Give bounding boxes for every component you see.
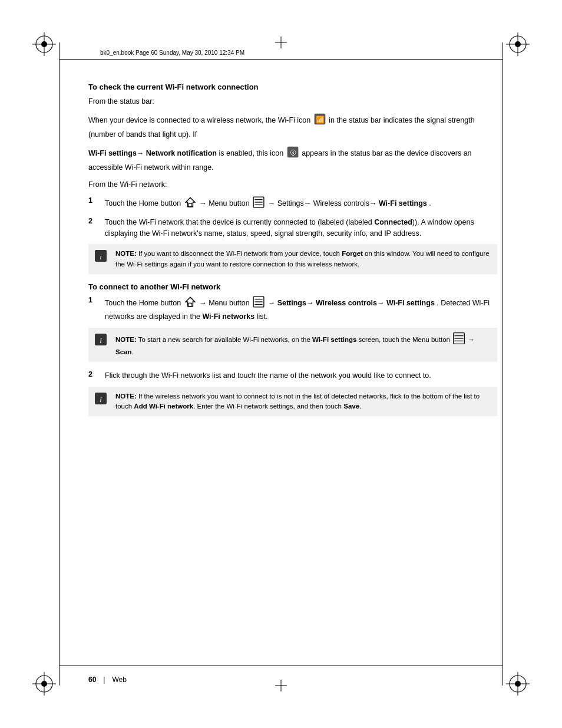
note1-content: If you want to disconnect the Wi-Fi netw… (115, 250, 490, 267)
s2-step1-num: 1 (88, 296, 105, 304)
header-text: bk0_en.book Page 60 Sunday, May 30, 2010… (100, 50, 244, 56)
step1-middle: → Menu button (199, 200, 249, 208)
page-number: 60 (88, 676, 96, 684)
footer-section: Web (112, 676, 126, 684)
svg-rect-29 (189, 303, 192, 307)
wifi-settings-label: Wi-Fi settings→ Network notification (88, 150, 217, 158)
section2-list: 1 Touch the Home button → Menu button (88, 296, 497, 323)
edge-mark-top (275, 37, 287, 48)
note2-arrow: → (468, 335, 475, 342)
step1-settings: → Settings→ Wireless controls→ (268, 200, 377, 208)
corner-mark-tl (32, 32, 56, 56)
section1-para3: Wi-Fi settings→ Network notification is … (88, 146, 497, 173)
step2-num: 2 (88, 217, 105, 225)
wifi-connected-icon: 📶 (314, 113, 326, 129)
corner-mark-br (506, 672, 530, 696)
section1-step1: 1 Touch the Home button → Menu button (88, 196, 497, 212)
s2-step1-settings: → Settings→ Wireless controls→ (268, 299, 385, 307)
note3-content: If the wireless network you want to conn… (115, 393, 480, 410)
s2-step1-text: Touch the Home button → Menu button (105, 296, 497, 323)
svg-rect-21 (189, 203, 192, 207)
home-icon (184, 196, 196, 212)
corner-mark-bl (32, 672, 56, 696)
note2-scan: Scan (115, 348, 132, 355)
header-line (59, 59, 503, 60)
svg-marker-20 (186, 197, 195, 207)
note3-box: i NOTE: If the wireless network you want… (88, 387, 497, 417)
border-left (59, 42, 59, 686)
note2-label: NOTE: (115, 335, 137, 342)
section1-heading: To check the current Wi-Fi network conne… (88, 83, 497, 91)
svg-text:i: i (100, 335, 102, 344)
note1-icon: i (94, 249, 111, 265)
note1-text: NOTE: If you want to disconnect the Wi-F… (115, 249, 491, 269)
s2-step1-bold2: Wi-Fi networks (202, 312, 254, 321)
note1-label: NOTE: (115, 250, 137, 257)
svg-text:i: i (100, 252, 102, 261)
note3-icon: i (94, 392, 111, 407)
svg-text:i: i (100, 394, 102, 403)
step2-text: Touch the Wi-Fi network that the device … (105, 217, 497, 240)
s2-step1-bold: Wi-Fi settings (386, 299, 435, 307)
s2-step1-prefix: Touch the Home button (105, 299, 181, 307)
note2-content: To start a new search for available Wi-F… (138, 335, 452, 342)
note2-menu-icon (453, 332, 465, 347)
note3-text: NOTE: If the wireless network you want t… (115, 391, 491, 412)
section1-para1: From the status bar: (88, 96, 497, 107)
s2-step1-middle: → Menu button (199, 299, 249, 307)
section1-para2-prefix: When your device is connected to a wirel… (88, 117, 310, 125)
section1-from: From the Wi-Fi network: (88, 179, 497, 190)
section1-step2: 2 Touch the Wi-Fi network that the devic… (88, 217, 497, 240)
section2-step1: 1 Touch the Home button → Menu button (88, 296, 497, 323)
step1-text: Touch the Home button → Menu button (105, 196, 497, 212)
step1-bold: Wi-Fi settings (379, 200, 427, 208)
step1-num: 1 (88, 196, 105, 205)
note2-icon: i (94, 333, 111, 348)
s2-step1-suffix2: list. (257, 312, 268, 321)
note2-box: i NOTE: To start a new search for availa… (88, 328, 497, 363)
footer-separator: | (103, 676, 105, 684)
footer: 60 | Web (88, 676, 497, 684)
wifi-notification-icon: 🛈 (287, 146, 299, 162)
s2-step2-num: 2 (88, 370, 105, 378)
step1-suffix: . (429, 200, 431, 208)
note1-box: i NOTE: If you want to disconnect the Wi… (88, 244, 497, 274)
section1-para3-suffix: is enabled, this icon (219, 150, 283, 158)
section2-list2: 2 Flick through the Wi-Fi networks list … (88, 370, 497, 381)
s2-menu-icon (253, 296, 265, 311)
section1-para2: When your device is connected to a wirel… (88, 113, 497, 140)
section2-step2: 2 Flick through the Wi-Fi networks list … (88, 370, 497, 381)
footer-line (59, 666, 503, 666)
svg-point-11 (41, 681, 47, 687)
page: bk0_en.book Page 60 Sunday, May 30, 2010… (0, 0, 562, 728)
step1-prefix: Touch the Home button (105, 200, 181, 208)
section2-heading: To connect to another Wi-Fi network (88, 282, 497, 291)
svg-marker-28 (186, 297, 195, 307)
svg-point-3 (41, 41, 47, 47)
svg-point-15 (515, 681, 521, 687)
corner-mark-tr (506, 32, 530, 56)
section1-list: 1 Touch the Home button → Menu button (88, 196, 497, 239)
note2-text: NOTE: To start a new search for availabl… (115, 332, 491, 358)
svg-text:📶: 📶 (315, 116, 324, 124)
border-right (503, 42, 503, 686)
svg-point-7 (515, 41, 521, 47)
menu-icon (253, 196, 265, 212)
s2-home-icon (184, 296, 196, 311)
step2-connected: Connected (374, 218, 412, 226)
s2-step2-text: Flick through the Wi-Fi networks list an… (105, 370, 497, 381)
svg-text:🛈: 🛈 (289, 149, 296, 156)
main-content: To check the current Wi-Fi network conne… (88, 65, 497, 657)
note3-label: NOTE: (115, 393, 137, 400)
